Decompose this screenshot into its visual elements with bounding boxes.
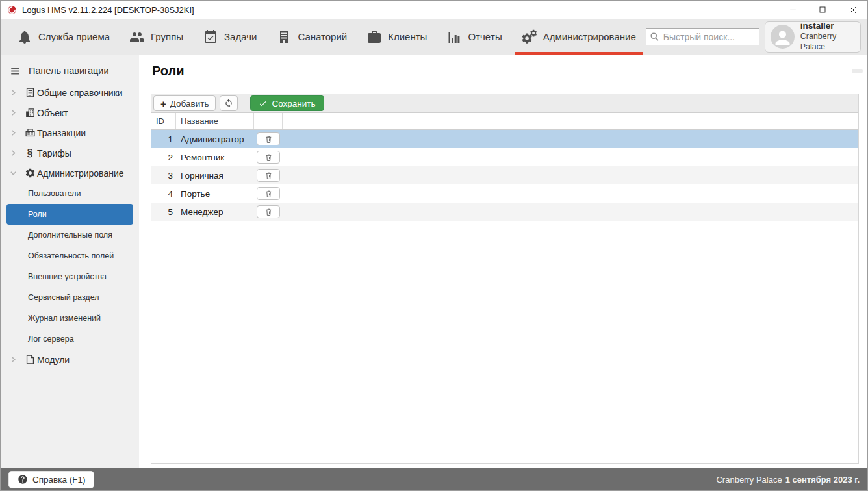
sidebar-item-roles[interactable]: Роли [6, 204, 133, 225]
minimize-icon [789, 6, 797, 14]
tab-front-office[interactable]: Служба приёма [7, 19, 120, 55]
chevron-right-icon [10, 109, 17, 116]
sidebar-section-tariffs[interactable]: § Тарифы [1, 143, 139, 163]
sidebar-item-label: Пользователи [28, 189, 81, 198]
search-input[interactable] [646, 28, 760, 45]
person-icon [772, 27, 793, 49]
sidebar-section-object[interactable]: Объект [1, 103, 139, 123]
role-id: 5 [151, 207, 176, 217]
trash-icon [264, 208, 273, 216]
check-icon [259, 99, 267, 108]
sidebar-section-administration[interactable]: Администрирование [1, 163, 139, 183]
title-bar: Logus HMS v2.11.2.224 [DESKTOP-38SJ2KI] [1, 1, 867, 19]
roles-panel: + Добавить Сохранить ID Название [151, 94, 859, 464]
tab-sanatorium[interactable]: Санаторий [266, 19, 357, 55]
sidebar-section-modules[interactable]: Модули [1, 349, 139, 370]
sidebar-item-required-fields[interactable]: Обязательность полей [6, 245, 133, 266]
refresh-button[interactable] [220, 95, 238, 111]
toolbar-separator [244, 97, 244, 109]
table-row[interactable]: 4 Портье [151, 184, 858, 203]
help-icon [18, 474, 28, 485]
trash-icon [264, 135, 273, 144]
table-row[interactable]: 5 Менеджер [151, 203, 858, 221]
role-id: 1 [151, 134, 176, 144]
table-row[interactable]: 1 Администратор [151, 130, 858, 148]
delete-role-button[interactable] [257, 169, 280, 182]
current-date: 1 сентября 2023 г. [785, 475, 860, 485]
tab-reports[interactable]: Отчёты [437, 19, 511, 55]
tab-clients[interactable]: Клиенты [357, 19, 437, 55]
sidebar-item-label: Дополнительные поля [28, 231, 112, 240]
tab-administration[interactable]: Администрирование [512, 19, 646, 55]
module-icon [24, 354, 36, 366]
chevron-right-icon [10, 149, 17, 157]
quick-search [646, 28, 760, 45]
delete-role-button[interactable] [257, 151, 280, 164]
tab-tasks[interactable]: Задачи [193, 19, 266, 55]
sidebar: Панель навигации Общие справочники Объек… [1, 55, 139, 469]
sidebar-item-external-devices[interactable]: Внешние устройства [6, 266, 133, 287]
bar-chart-icon [446, 29, 462, 45]
page-title: Роли [152, 64, 185, 79]
briefcase-icon [366, 29, 382, 45]
sidebar-section-label: Объект [37, 108, 68, 118]
sidebar-item-label: Лог сервера [28, 334, 74, 344]
trash-icon [264, 153, 273, 162]
close-button[interactable] [837, 1, 867, 19]
role-name: Администратор [176, 134, 254, 144]
users-icon [129, 29, 145, 45]
search-icon [650, 32, 659, 42]
chevron-down-icon [10, 170, 17, 177]
add-button-label: Добавить [170, 99, 209, 108]
window-title: Logus HMS v2.11.2.224 [DESKTOP-38SJ2KI] [22, 5, 778, 15]
delete-role-button[interactable] [257, 205, 280, 218]
maximize-button[interactable] [808, 1, 837, 19]
role-name: Горничная [176, 171, 254, 181]
register-icon [24, 127, 36, 139]
table-header: ID Название [151, 113, 858, 130]
tab-label: Задачи [224, 31, 257, 42]
column-header-name[interactable]: Название [176, 113, 254, 129]
plus-icon: + [160, 98, 166, 109]
sidebar-item-users[interactable]: Пользователи [6, 183, 133, 204]
paragraph-icon: § [24, 147, 36, 159]
chevron-right-icon [10, 89, 17, 96]
gear-icon [24, 168, 36, 179]
delete-role-button[interactable] [257, 132, 280, 145]
trash-icon [264, 190, 273, 198]
sidebar-item-additional-fields[interactable]: Дополнительные поля [6, 225, 133, 245]
add-button[interactable]: + Добавить [153, 95, 216, 111]
sidebar-section-label: Тарифы [37, 148, 71, 158]
table-row[interactable]: 2 Ремонтник [151, 148, 858, 166]
table-row[interactable]: 3 Горничная [151, 166, 858, 184]
trash-icon [264, 171, 273, 180]
help-button[interactable]: Справка (F1) [8, 471, 94, 488]
main-content: Роли + Добавить Сохранить [139, 55, 867, 469]
tab-label: Группы [151, 31, 183, 42]
sidebar-item-service-section[interactable]: Сервисный раздел [6, 287, 133, 308]
chevron-right-icon [10, 129, 17, 136]
column-header-actions[interactable] [254, 113, 283, 129]
sidebar-item-server-log[interactable]: Лог сервера [6, 329, 133, 349]
tab-groups[interactable]: Группы [120, 19, 193, 55]
role-name: Портье [176, 189, 254, 199]
main-toolbar: Служба приёма Группы Задачи Санаторий [1, 19, 867, 55]
document-icon [24, 87, 36, 99]
hamburger-icon [10, 66, 21, 76]
calendar-check-icon [203, 29, 218, 45]
maximize-icon [819, 6, 826, 14]
sidebar-section-label: Транзакции [37, 128, 86, 138]
minimize-button[interactable] [778, 1, 808, 19]
user-card[interactable]: installer Cranberry Palace [765, 21, 861, 53]
save-button-label: Сохранить [272, 99, 315, 108]
delete-role-button[interactable] [257, 187, 280, 200]
sidebar-section-transactions[interactable]: Транзакции [1, 123, 139, 143]
app-window: Logus HMS v2.11.2.224 [DESKTOP-38SJ2KI] … [0, 0, 868, 491]
tab-label: Отчёты [468, 31, 502, 42]
nav-panel-header[interactable]: Панель навигации [1, 62, 139, 82]
sidebar-section-dictionaries[interactable]: Общие справочники [1, 82, 139, 103]
app-logo-icon [7, 5, 17, 15]
sidebar-item-change-log[interactable]: Журнал изменений [6, 308, 133, 329]
save-button[interactable]: Сохранить [250, 95, 324, 111]
column-header-id[interactable]: ID [151, 113, 176, 129]
